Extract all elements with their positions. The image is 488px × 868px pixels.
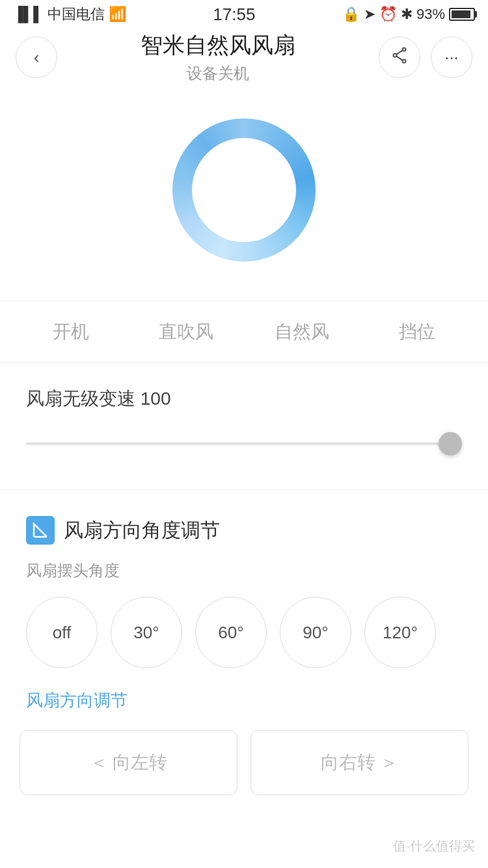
- lock-icon: 🔒: [342, 6, 360, 23]
- battery-percent: 93%: [416, 6, 445, 23]
- svg-point-2: [394, 53, 397, 57]
- speed-slider-container[interactable]: [26, 431, 462, 457]
- device-status: 设备关机: [57, 63, 379, 84]
- angle-buttons: off 30° 60° 90° 120°: [26, 597, 462, 668]
- header-actions: ···: [379, 36, 472, 78]
- turn-right-label: 向右转 ＞: [321, 750, 399, 775]
- share-icon: [391, 47, 408, 68]
- page-title: 智米自然风风扇: [57, 31, 379, 61]
- speed-slider-thumb[interactable]: [439, 432, 462, 455]
- direction-link[interactable]: 风扇方向调节: [0, 689, 488, 712]
- back-button[interactable]: ‹: [16, 36, 57, 78]
- angle-btn-120[interactable]: 120°: [364, 597, 436, 668]
- angle-btn-90[interactable]: 90°: [280, 597, 351, 668]
- angle-btn-30[interactable]: 30°: [111, 597, 182, 668]
- svg-point-1: [403, 59, 406, 62]
- more-button[interactable]: ···: [431, 36, 472, 78]
- turn-left-button[interactable]: ＜ 向左转: [20, 730, 237, 795]
- angle-sub-label: 风扇摆头角度: [26, 560, 462, 581]
- turn-buttons: ＜ 向左转 向右转 ＞: [0, 730, 488, 795]
- bluetooth-icon: ✱: [401, 6, 413, 23]
- location-icon: ➤: [364, 6, 375, 23]
- more-icon: ···: [444, 47, 459, 68]
- angle-title: 风扇方向角度调节: [64, 517, 220, 544]
- header-center: 智米自然风风扇 设备关机: [57, 31, 379, 84]
- tab-direct-wind[interactable]: 直吹风: [129, 301, 245, 362]
- svg-line-4: [396, 56, 402, 60]
- speed-slider-fill: [26, 442, 462, 445]
- share-button[interactable]: [379, 36, 420, 78]
- alarm-icon: ⏰: [379, 6, 397, 23]
- fan-ring-inner: [192, 138, 296, 242]
- divider-1: [0, 489, 488, 490]
- header: ‹ 智米自然风风扇 设备关机 ···: [0, 29, 488, 86]
- angle-section: 风扇方向角度调节 风扇摆头角度 off 30° 60° 90° 120°: [0, 503, 488, 668]
- tab-natural-wind[interactable]: 自然风: [244, 301, 360, 362]
- tab-power[interactable]: 开机: [13, 301, 129, 362]
- angle-section-icon: [26, 516, 55, 545]
- status-right: 🔒 ➤ ⏰ ✱ 93%: [342, 6, 475, 23]
- signal-icon: ▐▌▌: [13, 6, 44, 23]
- carrier-label: 中国电信: [47, 5, 105, 24]
- svg-point-0: [403, 47, 406, 51]
- watermark: 值·什么值得买: [393, 837, 475, 855]
- speed-section: 风扇无级变速 100: [0, 363, 488, 476]
- turn-left-label: ＜ 向左转: [90, 750, 168, 775]
- angle-btn-60[interactable]: 60°: [195, 597, 267, 668]
- battery-icon: [449, 8, 475, 21]
- back-icon: ‹: [34, 47, 40, 68]
- wifi-icon: 📶: [109, 6, 126, 23]
- fan-ring[interactable]: [172, 118, 316, 262]
- angle-btn-off[interactable]: off: [26, 597, 98, 668]
- status-bar: ▐▌▌ 中国电信 📶 17:55 🔒 ➤ ⏰ ✱ 93%: [0, 0, 488, 29]
- tab-gear[interactable]: 挡位: [360, 301, 476, 362]
- status-left: ▐▌▌ 中国电信 📶: [13, 5, 126, 24]
- angle-title-row: 风扇方向角度调节: [26, 516, 462, 545]
- speed-slider-track[interactable]: [26, 442, 462, 445]
- status-time: 17:55: [213, 5, 255, 25]
- fan-display-area[interactable]: [0, 86, 488, 301]
- speed-label: 风扇无级变速 100: [26, 387, 462, 411]
- turn-right-button[interactable]: 向右转 ＞: [251, 730, 468, 795]
- svg-line-3: [396, 50, 402, 54]
- tabs-row: 开机 直吹风 自然风 挡位: [0, 301, 488, 363]
